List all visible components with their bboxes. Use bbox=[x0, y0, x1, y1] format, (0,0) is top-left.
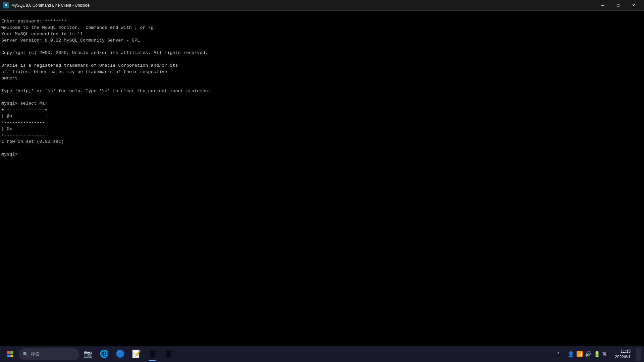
terminal-line: Enter password: ******** bbox=[1, 18, 643, 25]
terminal-line: Your MySQL connection id is 11 bbox=[1, 31, 643, 38]
terminal-line: +---------------+ bbox=[1, 132, 643, 139]
terminal-line: +---------------+ bbox=[1, 107, 643, 113]
terminal-line: Server version: 8.0.22 MySQL Community S… bbox=[1, 38, 643, 44]
terminal-line: +---------------+ bbox=[1, 120, 643, 126]
taskbar-app-edge[interactable]: 🔵 bbox=[113, 347, 127, 362]
terminal-line: affiliates. Other names may be trademark… bbox=[1, 69, 643, 75]
app-icon: M bbox=[3, 2, 9, 8]
notification-area[interactable]: ^ bbox=[554, 348, 562, 361]
clock-area[interactable]: 11:15 2022/8/1 bbox=[612, 348, 633, 361]
taskbar-app-chrome[interactable]: 🌐 bbox=[97, 347, 111, 362]
svg-rect-0 bbox=[7, 351, 10, 354]
notes-icon: 📝 bbox=[132, 350, 141, 359]
terminal-line: mysql> bbox=[1, 152, 643, 158]
window-title: MySQL 8.0 Command Line Client - Unicode bbox=[11, 3, 90, 8]
terminal-line: Oracle is a registered trademark of Orac… bbox=[1, 63, 643, 69]
network-icon: 📶 bbox=[576, 351, 583, 358]
taskbar-left: 🔍 搜索 📷 🌐 🔵 📝 🗄 🗄 bbox=[3, 347, 176, 362]
search-icon: 🔍 bbox=[23, 352, 28, 357]
terminal-line bbox=[1, 95, 643, 101]
mysql1-icon: 🗄 bbox=[149, 350, 156, 359]
terminal-line: Type 'help;' or '\h' for help. Type '\c'… bbox=[1, 88, 643, 95]
terminal-output: Enter password: ********Welcome to the M… bbox=[0, 11, 644, 159]
window-controls: ─ □ ✕ bbox=[595, 0, 641, 11]
search-placeholder: 搜索 bbox=[31, 351, 40, 357]
system-tray-icons[interactable]: 👤 📶 🔊 🔋 英 bbox=[565, 348, 609, 361]
terminal-line: | 0x | bbox=[1, 126, 643, 132]
taskbar: 🔍 搜索 📷 🌐 🔵 📝 🗄 🗄 ^ 👤 📶 🔊 bbox=[0, 346, 644, 362]
minimize-button[interactable]: ─ bbox=[595, 0, 610, 11]
volume-icon: 🔊 bbox=[585, 351, 592, 358]
language-label: 英 bbox=[602, 351, 607, 357]
chrome-icon: 🌐 bbox=[100, 350, 109, 359]
taskbar-app-notes[interactable]: 📝 bbox=[129, 347, 144, 362]
svg-rect-2 bbox=[7, 355, 10, 357]
taskbar-right: ^ 👤 📶 🔊 🔋 英 11:15 2022/8/1 bbox=[554, 348, 641, 361]
taskbar-app-mysql2[interactable]: 🗄 bbox=[161, 347, 176, 362]
close-button[interactable]: ✕ bbox=[626, 0, 641, 11]
mysql2-icon: 🗄 bbox=[165, 350, 172, 359]
camera-icon: 📷 bbox=[84, 350, 93, 359]
terminal-line bbox=[1, 145, 643, 152]
taskbar-app-camera[interactable]: 📷 bbox=[80, 347, 95, 362]
terminal-line: owners. bbox=[1, 75, 643, 82]
taskbar-time: 11:15 2022/8/1 bbox=[615, 349, 631, 360]
show-desktop-button[interactable] bbox=[636, 348, 641, 361]
terminal-line: 1 row in set (0.00 sec) bbox=[1, 139, 643, 145]
terminal-line: | @a | bbox=[1, 113, 643, 120]
svg-rect-3 bbox=[10, 355, 13, 357]
start-button[interactable] bbox=[3, 348, 17, 361]
caret-up-icon: ^ bbox=[557, 352, 559, 357]
app-icon-letter: M bbox=[5, 3, 7, 7]
edge-icon: 🔵 bbox=[116, 350, 125, 359]
taskbar-app-mysql1[interactable]: 🗄 bbox=[145, 347, 160, 362]
taskbar-search[interactable]: 🔍 搜索 bbox=[19, 348, 79, 360]
user-icon: 👤 bbox=[568, 351, 574, 358]
terminal-line: Copyright (c) 2000, 2020, Oracle and/or … bbox=[1, 50, 643, 56]
title-bar: M MySQL 8.0 Command Line Client - Unicod… bbox=[0, 0, 644, 11]
battery-icon: 🔋 bbox=[594, 351, 600, 358]
terminal-line bbox=[1, 56, 643, 63]
terminal-line bbox=[1, 82, 643, 88]
title-bar-left: M MySQL 8.0 Command Line Client - Unicod… bbox=[3, 2, 90, 8]
terminal-line: mysql> select @a; bbox=[1, 101, 643, 107]
maximize-button[interactable]: □ bbox=[610, 0, 626, 11]
terminal-line: Welcome to the MySQL monitor. Commands e… bbox=[1, 25, 643, 31]
terminal-line bbox=[1, 44, 643, 50]
svg-rect-1 bbox=[10, 351, 13, 354]
